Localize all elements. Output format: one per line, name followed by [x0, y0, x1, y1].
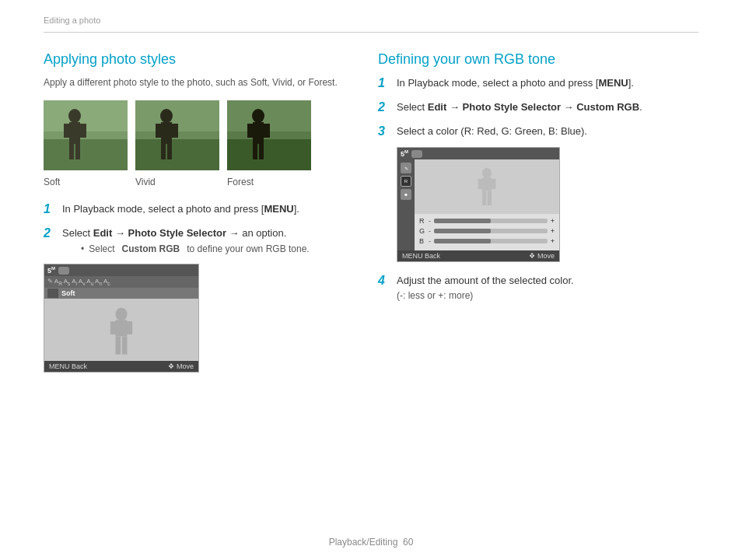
svg-rect-16 — [161, 144, 166, 159]
grid-icon — [47, 289, 58, 298]
right-step-3-text: Select a color (R: Red, G: Green, B: Blu… — [397, 124, 587, 139]
sidebar-icon-1: ✎ — [401, 163, 411, 173]
footer-page: 60 — [403, 537, 413, 548]
right-step-4-num: 4 — [378, 273, 390, 289]
svg-rect-8 — [75, 144, 80, 159]
right-step-2-num: 2 — [378, 100, 390, 116]
left-step-1-text: In Playback mode, select a photo and pre… — [62, 201, 299, 217]
svg-rect-34 — [482, 178, 492, 191]
svg-rect-32 — [122, 336, 128, 354]
menu-key-right-1: MENU — [598, 77, 628, 89]
svg-rect-14 — [156, 124, 162, 138]
rgb-r-track — [434, 219, 548, 223]
rgb-b-plus: + — [551, 237, 555, 245]
footer-menu-left: MENU Back — [49, 362, 87, 370]
right-step-1-text: In Playback mode, select a photo and pre… — [397, 75, 634, 91]
ui-label-soft: Soft — [61, 289, 75, 297]
left-step-2-num: 2 — [44, 226, 56, 242]
right-step-1-num: 1 — [378, 75, 390, 92]
right-step-3: 3 Select a color (R: Red, G: Green, B: B… — [378, 124, 698, 140]
camera-ui-left: 5M ✎ AR As Ai Av Au An Ac Soft — [44, 264, 199, 373]
left-step-2: 2 Select Edit → Photo Style Selector → a… — [44, 226, 347, 255]
svg-rect-19 — [227, 139, 311, 170]
sidebar-icon-active: R — [401, 176, 411, 187]
svg-rect-4 — [69, 122, 80, 144]
svg-rect-28 — [116, 320, 128, 336]
rgb-b-label: B — [419, 237, 425, 245]
camera-footer-left: MENU Back ❖ Move — [44, 361, 198, 372]
right-step-4-content: Adjust the amount of the selected color.… — [397, 273, 574, 301]
right-step-3-num: 3 — [378, 124, 390, 140]
content-columns: Applying photo styles Apply a different … — [44, 51, 698, 373]
svg-point-27 — [116, 308, 128, 321]
rgb-b-minus: - — [429, 237, 431, 245]
footer-back-right: Back — [425, 252, 440, 260]
photo-vivid — [135, 100, 219, 170]
right-sidebar: ✎ R ■ — [397, 159, 415, 250]
rgb-g-minus: - — [429, 227, 431, 235]
left-step-1-num: 1 — [44, 201, 56, 218]
svg-rect-6 — [80, 124, 86, 138]
right-column: Defining your own RGB tone 1 In Playback… — [378, 51, 698, 373]
right-main-area: R - + G - — [415, 159, 559, 250]
right-step-2-text: Select Edit → Photo Style Selector → Cus… — [397, 100, 642, 115]
svg-point-33 — [482, 168, 492, 178]
svg-rect-37 — [482, 191, 486, 206]
svg-rect-35 — [478, 179, 483, 189]
rgb-r-minus: - — [429, 217, 431, 225]
camera-icon — [58, 267, 69, 275]
right-step-4: 4 Adjust the amount of the selected colo… — [378, 273, 698, 301]
left-step-2-content: Select Edit → Photo Style Selector → an … — [62, 226, 310, 255]
left-step-2-text: Select Edit → Photo Style Selector → an … — [62, 227, 286, 239]
label-vivid: Vivid — [135, 177, 219, 187]
right-step-1: 1 In Playback mode, select a photo and p… — [378, 75, 698, 92]
left-step-1: 1 In Playback mode, select a photo and p… — [44, 201, 347, 218]
options-row: ✎ AR As Ai Av Au An Ac — [44, 276, 198, 288]
svg-point-21 — [252, 109, 264, 123]
header-5m: 5M — [47, 266, 55, 275]
pss-right: Photo Style Selector — [463, 101, 561, 113]
svg-rect-13 — [161, 122, 172, 144]
svg-rect-31 — [116, 336, 121, 354]
svg-rect-29 — [110, 321, 117, 334]
rgb-row-r: R - + — [419, 217, 555, 225]
svg-rect-26 — [259, 144, 264, 159]
camera-main-view-left — [44, 299, 198, 361]
footer-move-right: ❖ Move — [529, 252, 555, 260]
selected-item-row: Soft — [44, 288, 198, 299]
footer-move-left: ❖ Move — [168, 362, 194, 370]
svg-rect-38 — [488, 191, 492, 206]
rgb-b-fill — [434, 239, 491, 243]
right-ui-header: 5M — [397, 148, 559, 159]
rgb-sliders: R - + G - — [415, 214, 559, 250]
right-camera-icon — [411, 150, 422, 158]
right-step-4-sub: (-: less or +: more) — [397, 290, 574, 301]
rgb-row-g: G - + — [419, 227, 555, 235]
svg-point-12 — [160, 109, 173, 123]
photo-style-selector-bold: Photo Style Selector — [128, 227, 226, 239]
rgb-r-label: R — [419, 217, 425, 225]
rgb-g-fill — [434, 229, 491, 233]
svg-rect-15 — [172, 124, 178, 138]
left-section-desc: Apply a different photo style to the pho… — [44, 75, 347, 89]
footer-section: Playback/Editing — [329, 537, 398, 548]
camera-footer-right: MENU Back ❖ Move — [397, 250, 559, 261]
svg-rect-10 — [135, 139, 219, 170]
page-container: Editing a photo Applying photo styles Ap… — [0, 0, 742, 560]
label-forest: Forest — [227, 177, 311, 187]
custom-rgb-right: Custom RGB — [576, 101, 639, 113]
rgb-b-track — [434, 239, 548, 243]
rgb-r-fill — [434, 219, 491, 223]
sidebar-icon-3: ■ — [401, 189, 411, 200]
page-footer: Playback/Editing 60 — [0, 537, 742, 548]
left-section-title: Applying photo styles — [44, 51, 347, 68]
rgb-g-label: G — [419, 227, 425, 235]
photo-labels: Soft Vivid Forest — [44, 177, 347, 187]
rgb-g-track — [434, 229, 548, 233]
label-soft: Soft — [44, 177, 128, 187]
photo-soft — [44, 100, 128, 170]
rgb-r-plus: + — [551, 217, 555, 225]
svg-rect-7 — [69, 144, 74, 159]
footer-back-left: Back — [72, 362, 87, 370]
custom-rgb-bold: Custom RGB — [122, 243, 180, 254]
